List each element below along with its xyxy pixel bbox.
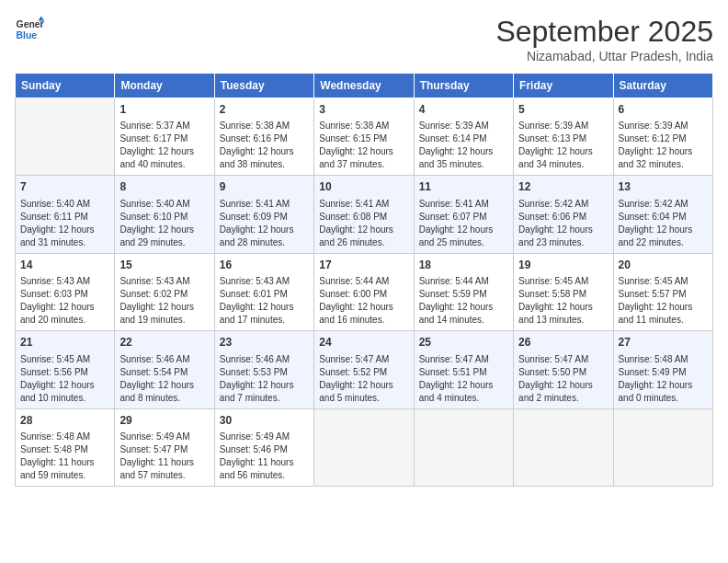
calendar-cell: 27Sunrise: 5:48 AM Sunset: 5:49 PM Dayli… xyxy=(613,331,712,408)
day-number: 24 xyxy=(319,335,408,350)
day-info: Sunrise: 5:37 AM Sunset: 6:17 PM Dayligh… xyxy=(119,120,209,171)
day-info: Sunrise: 5:38 AM Sunset: 6:16 PM Dayligh… xyxy=(220,120,309,171)
calendar-day-header: Thursday xyxy=(414,74,513,98)
day-info: Sunrise: 5:43 AM Sunset: 6:02 PM Dayligh… xyxy=(119,275,209,327)
calendar-cell: 14Sunrise: 5:43 AM Sunset: 6:03 PM Dayli… xyxy=(16,253,115,330)
day-info: Sunrise: 5:42 AM Sunset: 6:06 PM Dayligh… xyxy=(518,198,608,249)
calendar-cell: 9Sunrise: 5:41 AM Sunset: 6:09 PM Daylig… xyxy=(214,176,313,253)
calendar-week-row: 21Sunrise: 5:45 AM Sunset: 5:56 PM Dayli… xyxy=(16,331,713,408)
day-number: 18 xyxy=(419,258,508,273)
day-info: Sunrise: 5:43 AM Sunset: 6:01 PM Dayligh… xyxy=(220,275,309,327)
day-info: Sunrise: 5:45 AM Sunset: 5:57 PM Dayligh… xyxy=(619,275,708,327)
calendar-day-header: Sunday xyxy=(16,74,115,98)
day-info: Sunrise: 5:46 AM Sunset: 5:53 PM Dayligh… xyxy=(220,353,309,405)
calendar-cell: 29Sunrise: 5:49 AM Sunset: 5:47 PM Dayli… xyxy=(115,408,214,486)
day-info: Sunrise: 5:49 AM Sunset: 5:46 PM Dayligh… xyxy=(220,431,309,482)
calendar-week-row: 7Sunrise: 5:40 AM Sunset: 6:11 PM Daylig… xyxy=(16,176,713,253)
calendar-cell xyxy=(414,408,513,486)
day-info: Sunrise: 5:38 AM Sunset: 6:15 PM Dayligh… xyxy=(319,120,408,171)
calendar-cell xyxy=(16,98,115,176)
calendar-week-row: 28Sunrise: 5:48 AM Sunset: 5:48 PM Dayli… xyxy=(16,408,713,486)
day-info: Sunrise: 5:47 AM Sunset: 5:50 PM Dayligh… xyxy=(518,353,608,405)
calendar-day-header: Friday xyxy=(514,74,613,98)
calendar-cell: 25Sunrise: 5:47 AM Sunset: 5:51 PM Dayli… xyxy=(414,331,513,408)
day-number: 12 xyxy=(518,179,608,195)
calendar-cell: 19Sunrise: 5:45 AM Sunset: 5:58 PM Dayli… xyxy=(514,253,613,330)
location-subtitle: Nizamabad, Uttar Pradesh, India xyxy=(495,49,713,63)
calendar-cell: 26Sunrise: 5:47 AM Sunset: 5:50 PM Dayli… xyxy=(514,331,613,408)
calendar-cell: 21Sunrise: 5:45 AM Sunset: 5:56 PM Dayli… xyxy=(16,331,115,408)
day-info: Sunrise: 5:45 AM Sunset: 5:56 PM Dayligh… xyxy=(20,353,109,405)
calendar-body: 1Sunrise: 5:37 AM Sunset: 6:17 PM Daylig… xyxy=(16,98,713,487)
calendar-day-header: Tuesday xyxy=(214,74,313,98)
svg-text:Blue: Blue xyxy=(17,30,38,40)
calendar-table: SundayMondayTuesdayWednesdayThursdayFrid… xyxy=(15,73,713,487)
calendar-cell: 10Sunrise: 5:41 AM Sunset: 6:08 PM Dayli… xyxy=(314,176,414,253)
title-block: September 2025 Nizamabad, Uttar Pradesh,… xyxy=(495,15,713,63)
day-number: 4 xyxy=(419,102,508,118)
calendar-week-row: 14Sunrise: 5:43 AM Sunset: 6:03 PM Dayli… xyxy=(16,253,713,330)
day-info: Sunrise: 5:47 AM Sunset: 5:51 PM Dayligh… xyxy=(419,353,508,405)
calendar-cell: 28Sunrise: 5:48 AM Sunset: 5:48 PM Dayli… xyxy=(16,408,115,486)
calendar-header-row: SundayMondayTuesdayWednesdayThursdayFrid… xyxy=(16,74,713,98)
calendar-cell: 2Sunrise: 5:38 AM Sunset: 6:16 PM Daylig… xyxy=(214,98,313,176)
day-info: Sunrise: 5:41 AM Sunset: 6:07 PM Dayligh… xyxy=(419,198,508,249)
logo-icon: General Blue xyxy=(15,15,44,44)
day-info: Sunrise: 5:45 AM Sunset: 5:58 PM Dayligh… xyxy=(518,275,608,327)
calendar-cell: 20Sunrise: 5:45 AM Sunset: 5:57 PM Dayli… xyxy=(613,253,712,330)
calendar-week-row: 1Sunrise: 5:37 AM Sunset: 6:17 PM Daylig… xyxy=(16,98,713,176)
day-info: Sunrise: 5:49 AM Sunset: 5:47 PM Dayligh… xyxy=(119,431,209,482)
calendar-cell: 30Sunrise: 5:49 AM Sunset: 5:46 PM Dayli… xyxy=(214,408,313,486)
day-number: 5 xyxy=(518,102,608,118)
day-info: Sunrise: 5:39 AM Sunset: 6:14 PM Dayligh… xyxy=(419,120,508,171)
page-header: General Blue September 2025 Nizamabad, U… xyxy=(15,15,713,63)
day-number: 2 xyxy=(220,102,309,118)
calendar-cell: 8Sunrise: 5:40 AM Sunset: 6:10 PM Daylig… xyxy=(115,176,214,253)
day-number: 23 xyxy=(220,335,309,350)
calendar-day-header: Saturday xyxy=(613,74,712,98)
calendar-cell: 4Sunrise: 5:39 AM Sunset: 6:14 PM Daylig… xyxy=(414,98,513,176)
calendar-cell: 3Sunrise: 5:38 AM Sunset: 6:15 PM Daylig… xyxy=(314,98,414,176)
calendar-cell: 16Sunrise: 5:43 AM Sunset: 6:01 PM Dayli… xyxy=(214,253,313,330)
calendar-cell xyxy=(514,408,613,486)
day-number: 11 xyxy=(419,179,508,195)
day-number: 10 xyxy=(319,179,408,195)
day-info: Sunrise: 5:39 AM Sunset: 6:13 PM Dayligh… xyxy=(518,120,608,171)
day-number: 17 xyxy=(319,258,408,273)
day-info: Sunrise: 5:47 AM Sunset: 5:52 PM Dayligh… xyxy=(319,353,408,405)
day-number: 8 xyxy=(119,179,209,195)
day-info: Sunrise: 5:41 AM Sunset: 6:08 PM Dayligh… xyxy=(319,198,408,249)
calendar-cell: 22Sunrise: 5:46 AM Sunset: 5:54 PM Dayli… xyxy=(115,331,214,408)
day-info: Sunrise: 5:44 AM Sunset: 5:59 PM Dayligh… xyxy=(419,275,508,327)
calendar-cell: 5Sunrise: 5:39 AM Sunset: 6:13 PM Daylig… xyxy=(514,98,613,176)
calendar-day-header: Wednesday xyxy=(314,74,414,98)
calendar-cell xyxy=(314,408,414,486)
calendar-cell: 17Sunrise: 5:44 AM Sunset: 6:00 PM Dayli… xyxy=(314,253,414,330)
calendar-cell: 18Sunrise: 5:44 AM Sunset: 5:59 PM Dayli… xyxy=(414,253,513,330)
day-info: Sunrise: 5:39 AM Sunset: 6:12 PM Dayligh… xyxy=(619,120,708,171)
day-number: 29 xyxy=(119,413,209,429)
calendar-cell: 23Sunrise: 5:46 AM Sunset: 5:53 PM Dayli… xyxy=(214,331,313,408)
day-number: 28 xyxy=(20,413,109,429)
day-number: 1 xyxy=(119,102,209,118)
day-number: 13 xyxy=(619,179,708,195)
day-info: Sunrise: 5:44 AM Sunset: 6:00 PM Dayligh… xyxy=(319,275,408,327)
day-number: 7 xyxy=(20,179,109,195)
day-number: 19 xyxy=(518,258,608,273)
calendar-cell: 24Sunrise: 5:47 AM Sunset: 5:52 PM Dayli… xyxy=(314,331,414,408)
day-number: 20 xyxy=(619,258,708,273)
day-info: Sunrise: 5:40 AM Sunset: 6:11 PM Dayligh… xyxy=(20,198,109,249)
calendar-cell: 12Sunrise: 5:42 AM Sunset: 6:06 PM Dayli… xyxy=(514,176,613,253)
day-info: Sunrise: 5:43 AM Sunset: 6:03 PM Dayligh… xyxy=(20,275,109,327)
day-info: Sunrise: 5:46 AM Sunset: 5:54 PM Dayligh… xyxy=(119,353,209,405)
day-number: 6 xyxy=(619,102,708,118)
day-number: 26 xyxy=(518,335,608,350)
day-number: 27 xyxy=(619,335,708,350)
day-info: Sunrise: 5:41 AM Sunset: 6:09 PM Dayligh… xyxy=(220,198,309,249)
month-title: September 2025 xyxy=(495,15,713,49)
calendar-cell: 7Sunrise: 5:40 AM Sunset: 6:11 PM Daylig… xyxy=(16,176,115,253)
day-info: Sunrise: 5:48 AM Sunset: 5:48 PM Dayligh… xyxy=(20,431,109,482)
day-number: 30 xyxy=(220,413,309,429)
calendar-cell: 15Sunrise: 5:43 AM Sunset: 6:02 PM Dayli… xyxy=(115,253,214,330)
day-number: 3 xyxy=(319,102,408,118)
